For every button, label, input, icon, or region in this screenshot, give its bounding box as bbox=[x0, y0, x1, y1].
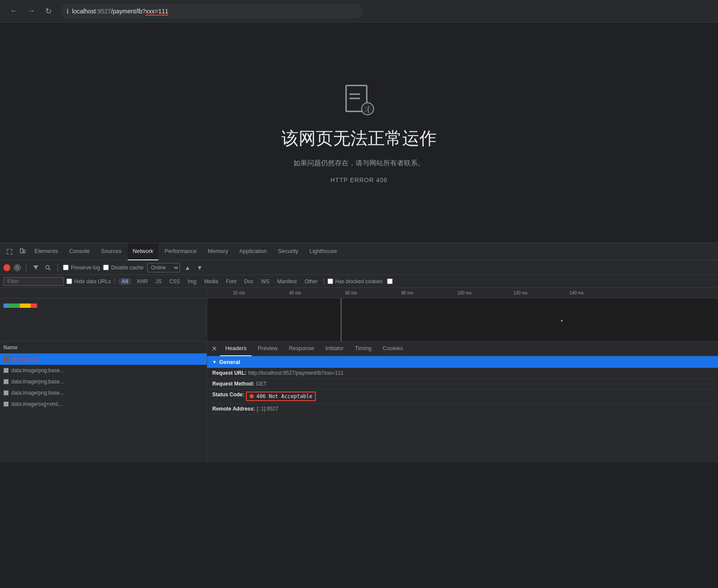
list-item[interactable]: data:image/png;base... bbox=[0, 376, 207, 387]
file-icon bbox=[3, 356, 9, 362]
details-tab-initiator[interactable]: Initiator bbox=[320, 341, 349, 356]
filter-type-img[interactable]: Img bbox=[185, 278, 199, 285]
status-code-label: Status Code: bbox=[212, 392, 244, 398]
throttle-select[interactable]: Online Fast 3G Slow 3G Offline bbox=[147, 263, 180, 272]
blocked-cookies-checkbox-2[interactable] bbox=[387, 278, 393, 284]
blocked-cookies-checkbox[interactable] bbox=[328, 278, 333, 284]
disable-cache-label[interactable]: Disable cache bbox=[103, 265, 143, 271]
clear-button[interactable] bbox=[14, 264, 21, 271]
forward-button[interactable]: → bbox=[24, 4, 38, 18]
tab-elements[interactable]: Elements bbox=[29, 243, 63, 260]
page-content: :( 该网页无法正常运作 如果问题仍然存在，请与网站所有者联系。 HTTP ER… bbox=[0, 22, 718, 243]
inspect-element-button[interactable] bbox=[3, 246, 16, 258]
download-icon[interactable]: ▼ bbox=[195, 263, 204, 272]
error-subtitle: 如果问题仍然存在，请与网站所有者联系。 bbox=[293, 159, 425, 168]
status-code-highlight: 406 Not Acceptable bbox=[246, 392, 316, 401]
request-method-value: GET bbox=[256, 381, 267, 387]
url-port: :9527 bbox=[96, 8, 111, 15]
file-name-error: lb?xxx=111 bbox=[12, 356, 38, 362]
blocked-cookies-label[interactable]: Has blocked cookies bbox=[328, 278, 383, 285]
back-button[interactable]: ← bbox=[7, 4, 21, 18]
tab-console[interactable]: Console bbox=[64, 243, 95, 260]
nav-buttons: ← → ↻ bbox=[7, 4, 55, 18]
filter-input[interactable] bbox=[3, 277, 64, 286]
filter-type-js[interactable]: JS bbox=[153, 278, 164, 285]
upload-icon[interactable]: ▲ bbox=[183, 263, 192, 272]
filter-type-doc[interactable]: Doc bbox=[242, 278, 256, 285]
filter-icon-button[interactable] bbox=[31, 263, 40, 272]
info-icon: ℹ bbox=[66, 8, 69, 15]
name-panel: Name lb?xxx=111 data:image/png;base... d… bbox=[0, 341, 207, 462]
url-host: localhost bbox=[72, 8, 96, 15]
filter-bar: Hide data URLs All XHR JS CSS Img Media … bbox=[0, 275, 718, 288]
error-icon: :( bbox=[342, 82, 376, 118]
details-tab-cookies[interactable]: Cookies bbox=[378, 341, 408, 356]
filter-type-all[interactable]: All bbox=[118, 278, 132, 285]
address-bar[interactable]: ℹ localhost:9527/payment/lb?xxx=111 bbox=[60, 4, 362, 19]
device-toolbar-button[interactable] bbox=[16, 246, 28, 258]
tick-20ms: 20 ms bbox=[233, 291, 245, 295]
tab-security[interactable]: Security bbox=[273, 243, 303, 260]
filter-type-media[interactable]: Media bbox=[202, 278, 221, 285]
file-icon bbox=[3, 401, 9, 407]
error-title: 该网页无法正常运作 bbox=[281, 126, 437, 150]
search-icon-button[interactable] bbox=[44, 263, 52, 272]
filter-type-xhr[interactable]: XHR bbox=[134, 278, 150, 285]
preserve-log-checkbox[interactable] bbox=[63, 265, 69, 270]
tab-network[interactable]: Network bbox=[128, 243, 159, 260]
tick-40ms: 40 ms bbox=[289, 291, 301, 295]
hide-data-urls-label[interactable]: Hide data URLs bbox=[66, 278, 111, 285]
detail-row-request-url: Request URL: http://localhost:9527/payme… bbox=[207, 368, 718, 379]
timeline-cursor bbox=[341, 298, 341, 341]
filter-type-ws[interactable]: WS bbox=[258, 278, 272, 285]
tab-performance[interactable]: Performance bbox=[159, 243, 202, 260]
status-dot-icon bbox=[249, 394, 254, 398]
file-name-1: data:image/png;base... bbox=[11, 367, 64, 373]
list-item[interactable]: data:image/png;base... bbox=[0, 365, 207, 376]
preserve-log-label[interactable]: Preserve log bbox=[63, 265, 100, 271]
filter-type-font[interactable]: Font bbox=[224, 278, 239, 285]
svg-text::(: :( bbox=[365, 104, 370, 113]
tab-memory[interactable]: Memory bbox=[203, 243, 233, 260]
details-tab-response[interactable]: Response bbox=[283, 341, 319, 356]
remote-address-label: Remote Address: bbox=[212, 406, 255, 412]
details-tab-headers[interactable]: Headers bbox=[220, 341, 252, 356]
devtools-tab-bar: Elements Console Sources Network Perform… bbox=[0, 243, 718, 260]
tab-application[interactable]: Application bbox=[234, 243, 272, 260]
file-name-2: data:image/png;base... bbox=[11, 379, 64, 385]
file-name-3: data:image/png;base... bbox=[11, 390, 64, 396]
details-tab-timing[interactable]: Timing bbox=[350, 341, 377, 356]
svg-rect-6 bbox=[23, 250, 25, 253]
file-name-4: data:image/svg+xml;... bbox=[11, 401, 63, 407]
filter-type-other[interactable]: Other bbox=[302, 278, 320, 285]
browser-chrome: ← → ↻ ℹ localhost:9527/payment/lb?xxx=11… bbox=[0, 0, 718, 22]
list-item[interactable]: lb?xxx=111 bbox=[0, 354, 207, 365]
tab-sources[interactable]: Sources bbox=[96, 243, 127, 260]
tick-140ms: 140 ms bbox=[570, 291, 584, 295]
details-tab-preview[interactable]: Preview bbox=[252, 341, 283, 356]
request-url-label: Request URL: bbox=[212, 370, 246, 376]
tick-80ms: 80 ms bbox=[401, 291, 413, 295]
network-bottom: Name lb?xxx=111 data:image/png;base... d… bbox=[0, 341, 718, 462]
record-button[interactable] bbox=[3, 264, 10, 271]
collapse-arrow-icon: ▼ bbox=[212, 360, 217, 364]
filter-type-css[interactable]: CSS bbox=[167, 278, 183, 285]
list-item[interactable]: data:image/svg+xml;... bbox=[0, 398, 207, 410]
filter-separator-2 bbox=[324, 278, 324, 285]
tick-60ms: 60 ms bbox=[345, 291, 357, 295]
disable-cache-checkbox[interactable] bbox=[103, 265, 109, 270]
status-code-value: 406 Not Acceptable bbox=[256, 393, 312, 399]
tab-lighthouse[interactable]: Lighthouse bbox=[304, 243, 342, 260]
url-path: /payment/lb?xxx=111 bbox=[111, 8, 168, 16]
list-item[interactable]: data:image/png;base... bbox=[0, 387, 207, 398]
close-details-button[interactable]: ✕ bbox=[209, 344, 219, 354]
filter-type-manifest[interactable]: Manifest bbox=[275, 278, 299, 285]
hide-data-urls-checkbox[interactable] bbox=[66, 278, 72, 284]
refresh-button[interactable]: ↻ bbox=[41, 4, 55, 18]
general-section-header[interactable]: ▼ General bbox=[207, 356, 718, 368]
detail-row-remote-address: Remote Address: [::1]:9527 bbox=[207, 404, 718, 414]
name-column-header: Name bbox=[0, 341, 207, 354]
network-toolbar: Preserve log Disable cache Online Fast 3… bbox=[0, 260, 718, 275]
file-icon bbox=[3, 379, 9, 384]
filter-separator-1 bbox=[114, 278, 115, 285]
